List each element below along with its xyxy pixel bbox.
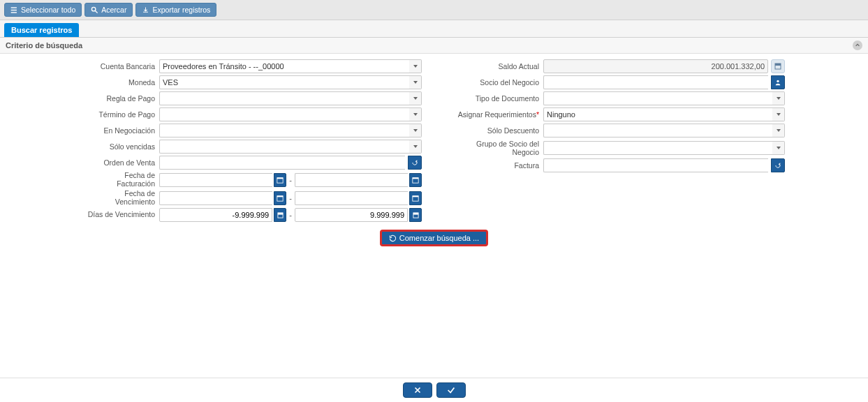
fecha-fact-to[interactable] — [295, 173, 408, 187]
search-button[interactable]: Comenzar búsqueda ... — [381, 230, 487, 246]
cuenta-bancaria-dropdown[interactable] — [409, 59, 422, 73]
toolbar: Seleccionar todo Acercar Exportar regist… — [0, 0, 868, 20]
svg-rect-2 — [11, 12, 17, 13]
label-factura: Factura — [450, 161, 540, 170]
dias-to-calc[interactable] — [409, 208, 422, 222]
calculator-icon — [277, 212, 284, 218]
label-tipo-documento: Tipo de Documento — [450, 94, 540, 103]
moneda-dropdown[interactable] — [409, 75, 422, 89]
form-area: Cuenta Bancaria Proveedores en Tránsito … — [0, 54, 868, 228]
select-all-label: Seleccionar todo — [21, 6, 75, 14]
factura-lookup[interactable] — [771, 158, 785, 172]
panel-header: Criterio de búsqueda — [0, 38, 868, 54]
en-negociacion-dropdown[interactable] — [409, 124, 422, 137]
socio-negocio-lookup[interactable] — [771, 75, 785, 89]
svg-rect-18 — [775, 64, 781, 66]
svg-point-3 — [92, 7, 96, 11]
range-sep: - — [288, 211, 293, 219]
label-cuenta-bancaria: Cuenta Bancaria — [87, 62, 156, 70]
dias-from-calc[interactable] — [274, 208, 286, 222]
fecha-venc-from[interactable] — [159, 191, 272, 205]
search-action-row: Comenzar búsqueda ... — [0, 228, 868, 251]
asignar-req-dropdown[interactable] — [772, 107, 785, 121]
en-negociacion-select[interactable] — [159, 124, 409, 137]
factura-input[interactable] — [543, 158, 768, 172]
svg-rect-10 — [277, 195, 283, 197]
termino-pago-dropdown[interactable] — [409, 107, 422, 121]
panel-title: Criterio de búsqueda — [6, 41, 82, 50]
tab-bar: Buscar registros — [0, 20, 868, 38]
dias-to-input[interactable] — [295, 208, 408, 222]
svg-rect-14 — [278, 213, 283, 215]
label-fecha-vencimiento: Fecha de Vencimiento — [87, 190, 156, 206]
svg-rect-12 — [413, 195, 418, 197]
label-dias-vencimiento: Días de Vencimiento — [87, 211, 156, 219]
svg-rect-16 — [413, 213, 418, 215]
label-solo-descuento: Sólo Descuento — [450, 126, 540, 135]
select-all-button[interactable]: Seleccionar todo — [4, 3, 82, 17]
solo-vencidas-dropdown[interactable] — [409, 140, 422, 154]
label-solo-vencidas: Sólo vencidas — [87, 142, 156, 151]
asignar-req-select[interactable]: Ninguno — [543, 107, 772, 121]
label-saldo-actual: Saldo Actual — [450, 62, 540, 70]
fecha-fact-from[interactable] — [159, 173, 272, 187]
tipo-documento-dropdown[interactable] — [772, 91, 785, 105]
export-icon — [142, 6, 149, 14]
calendar-icon — [412, 177, 419, 184]
label-grupo-socio: Grupo de Socio del Negocio — [450, 140, 540, 156]
saldo-actual-calc[interactable] — [771, 59, 785, 73]
socio-negocio-input[interactable] — [543, 75, 768, 89]
orden-venta-input[interactable] — [159, 156, 405, 170]
label-orden-venta: Orden de Venta — [87, 158, 156, 167]
svg-rect-8 — [413, 177, 418, 179]
regla-pago-select[interactable] — [159, 91, 409, 105]
termino-pago-select[interactable] — [159, 107, 409, 121]
cuenta-bancaria-select[interactable]: Proveedores en Tránsito - --_00000 — [159, 59, 409, 73]
label-en-negociacion: En Negociación — [87, 126, 156, 135]
chevron-up-icon — [855, 43, 860, 48]
zoom-label: Acercar — [101, 6, 126, 14]
svg-line-4 — [95, 10, 97, 13]
export-button[interactable]: Exportar registros — [135, 3, 216, 17]
solo-descuento-dropdown[interactable] — [772, 124, 785, 137]
tab-search[interactable]: Buscar registros — [4, 23, 79, 37]
calendar-icon — [277, 177, 284, 184]
range-sep: - — [288, 194, 293, 202]
calculator-icon — [774, 63, 781, 70]
svg-rect-6 — [277, 177, 283, 179]
svg-rect-0 — [11, 7, 17, 8]
calendar-icon — [412, 195, 419, 202]
saldo-actual-field — [543, 59, 768, 73]
zoom-button[interactable]: Acercar — [84, 3, 133, 17]
fecha-fact-to-cal[interactable] — [409, 173, 422, 187]
fecha-fact-from-cal[interactable] — [274, 173, 286, 187]
grupo-socio-select[interactable] — [543, 141, 772, 155]
range-sep: - — [288, 176, 293, 184]
regla-pago-dropdown[interactable] — [409, 91, 422, 105]
svg-rect-1 — [11, 9, 17, 10]
dias-from-input[interactable] — [159, 208, 272, 222]
fecha-venc-from-cal[interactable] — [274, 191, 286, 205]
collapse-button[interactable] — [853, 40, 862, 50]
label-socio-negocio: Socio del Negocio — [450, 78, 540, 87]
orden-venta-lookup[interactable] — [408, 156, 422, 170]
refresh-icon — [389, 234, 397, 242]
reset-icon — [411, 159, 418, 166]
grupo-socio-dropdown[interactable] — [772, 141, 785, 155]
reset-icon — [774, 162, 781, 169]
search-button-label: Comenzar búsqueda ... — [399, 234, 479, 242]
tipo-documento-select[interactable] — [543, 91, 772, 105]
solo-vencidas-select[interactable] — [159, 140, 409, 154]
fecha-venc-to-cal[interactable] — [409, 191, 422, 205]
label-termino-pago: Término de Pago — [87, 110, 156, 119]
calendar-icon — [277, 195, 284, 202]
zoom-icon — [91, 6, 98, 14]
select-all-icon — [10, 6, 18, 14]
moneda-select[interactable]: VES — [159, 75, 409, 89]
svg-point-19 — [777, 80, 779, 82]
person-icon — [774, 79, 781, 86]
fecha-venc-to[interactable] — [295, 191, 408, 205]
solo-descuento-select[interactable] — [543, 124, 772, 137]
calculator-icon — [413, 212, 419, 218]
left-column: Cuenta Bancaria Proveedores en Tránsito … — [87, 59, 422, 222]
